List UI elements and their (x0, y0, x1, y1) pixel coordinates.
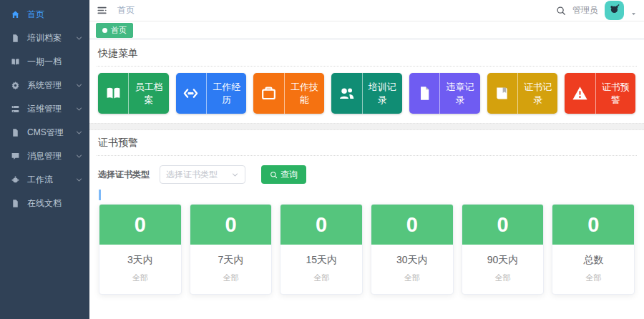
tile-label: 违章记录 (440, 73, 479, 114)
avatar[interactable] (605, 1, 624, 20)
sidebar-item-label: 首页 (27, 9, 44, 21)
doc-icon (11, 34, 20, 43)
open-book-icon (98, 73, 129, 114)
all-link[interactable]: 全部 (99, 273, 181, 283)
chevron-down-icon (75, 152, 83, 160)
sidebar-item-label: 系统管理 (27, 79, 62, 92)
search-icon[interactable] (556, 6, 566, 16)
tile-employee-archive[interactable]: 员工档案 (98, 73, 169, 114)
sidebar-item-online-docs[interactable]: 在线文档 (0, 192, 89, 215)
sidebar-item-home[interactable]: 首页 (0, 3, 89, 26)
hamburger-icon[interactable] (97, 5, 107, 16)
search-icon (270, 171, 278, 179)
tile-label: 培训记录 (363, 73, 402, 114)
stat-value: 0 (99, 205, 181, 245)
chevron-down-icon (75, 82, 83, 89)
sidebar-item-workflow[interactable]: 工作流 (0, 168, 89, 192)
users-icon (331, 73, 362, 114)
tile-label: 证书预警 (596, 73, 635, 114)
sidebar-item-label: 运维管理 (27, 103, 62, 115)
stat-label: 总数 (552, 254, 634, 267)
open-book-icon (11, 57, 20, 67)
chevron-down-icon (75, 105, 83, 113)
workflow-icon (11, 175, 20, 185)
tile-label: 工作技能 (285, 73, 324, 114)
server-icon (11, 104, 20, 114)
tile-label: 工作经历 (207, 73, 246, 114)
all-link[interactable]: 全部 (371, 273, 453, 283)
home-icon (11, 10, 20, 19)
sidebar-item-label: 消息管理 (27, 150, 62, 162)
quick-menu-tiles: 员工档案 工作经历 工作技能 培训记录 违章记录 证书记录 (98, 73, 635, 114)
all-link[interactable]: 全部 (552, 273, 634, 283)
stat-card-total[interactable]: 0 总数 全部 (552, 204, 635, 295)
cert-type-select[interactable]: 选择证书类型 (160, 165, 245, 184)
stat-label: 30天内 (371, 254, 453, 267)
cert-warning-title: 证书预警 (97, 130, 637, 155)
tile-work-skills[interactable]: 工作技能 (253, 73, 324, 114)
sidebar-item-ops-mgmt[interactable]: 运维管理 (0, 97, 89, 121)
tile-work-experience[interactable]: 工作经历 (176, 73, 247, 114)
chevron-down-icon (75, 176, 83, 184)
all-link[interactable]: 全部 (280, 273, 362, 283)
tag-active-dot (102, 28, 107, 33)
sidebar-item-message-mgmt[interactable]: 消息管理 (0, 144, 89, 168)
sidebar-item-label: 工作流 (27, 174, 53, 186)
section-separator (89, 123, 644, 130)
sidebar-item-one-period-one-file[interactable]: 一期一档 (0, 50, 89, 74)
select-placeholder: 选择证书类型 (166, 169, 218, 181)
divider (97, 155, 637, 156)
stat-label: 90天内 (462, 254, 544, 267)
certificate-book-icon (487, 73, 518, 114)
breadcrumb[interactable]: 首页 (117, 4, 135, 16)
file-icon (409, 73, 440, 114)
query-button[interactable]: 查询 (261, 165, 306, 184)
tile-training-records[interactable]: 培训记录 (331, 73, 402, 114)
tile-violation-records[interactable]: 违章记录 (409, 73, 480, 114)
stat-value: 0 (462, 205, 544, 245)
navbar-right: 管理员 (556, 1, 637, 20)
cert-warning-cards: 0 3天内 全部 0 7天内 全部 0 15天内 全部 0 30天内 全部 0 (99, 204, 635, 295)
stat-label: 15天内 (280, 254, 362, 267)
cert-filter-row: 选择证书类型 选择证书类型 查询 (98, 165, 635, 184)
chevron-down-icon (231, 171, 239, 179)
stat-label: 3天内 (99, 254, 181, 267)
sidebar-item-system-mgmt[interactable]: 系统管理 (0, 74, 89, 97)
tag-home[interactable]: 首页 (96, 23, 133, 38)
stat-card-15days[interactable]: 0 15天内 全部 (280, 204, 363, 295)
gear-icon (11, 81, 20, 90)
tags-view-bar: 首页 (89, 21, 644, 39)
sidebar-item-label: 在线文档 (27, 197, 62, 210)
sidebar-item-training-archive[interactable]: 培训档案 (0, 26, 89, 50)
page-content: 快捷菜单 员工档案 工作经历 工作技能 培训记录 违章记录 (89, 39, 644, 319)
box-icon (253, 73, 284, 114)
stat-label: 7天内 (190, 254, 272, 267)
stat-card-3days[interactable]: 0 3天内 全部 (99, 204, 182, 295)
stat-card-90days[interactable]: 0 90天内 全部 (462, 204, 545, 295)
all-link[interactable]: 全部 (462, 273, 544, 283)
sidebar-item-cms-mgmt[interactable]: CMS管理 (0, 121, 89, 144)
tile-label: 证书记录 (518, 73, 557, 114)
cert-type-label: 选择证书类型 (98, 169, 150, 181)
doc-icon (11, 128, 20, 137)
stat-card-30days[interactable]: 0 30天内 全部 (371, 204, 454, 295)
code-icon (176, 73, 207, 114)
stat-value: 0 (280, 205, 362, 245)
warning-icon (565, 73, 595, 114)
message-icon (11, 152, 20, 161)
caret-down-icon[interactable] (630, 11, 637, 17)
tile-certificate-records[interactable]: 证书记录 (487, 73, 558, 114)
doc-icon (11, 199, 20, 208)
stat-value: 0 (371, 205, 453, 245)
divider (97, 66, 637, 67)
stat-card-7days[interactable]: 0 7天内 全部 (190, 204, 273, 295)
sidebar-item-label: CMS管理 (27, 127, 64, 139)
username-label: 管理员 (572, 4, 598, 16)
text-cursor-bar (99, 190, 101, 200)
tile-certificate-warning[interactable]: 证书预警 (565, 73, 635, 114)
sidebar-item-label: 培训档案 (27, 32, 62, 44)
sidebar: 首页 培训档案 一期一档 系统管理 运维管理 CMS管理 消息管理 工作流 在线… (0, 0, 89, 319)
chevron-down-icon (75, 129, 83, 137)
all-link[interactable]: 全部 (190, 273, 272, 283)
stat-value: 0 (190, 205, 272, 245)
